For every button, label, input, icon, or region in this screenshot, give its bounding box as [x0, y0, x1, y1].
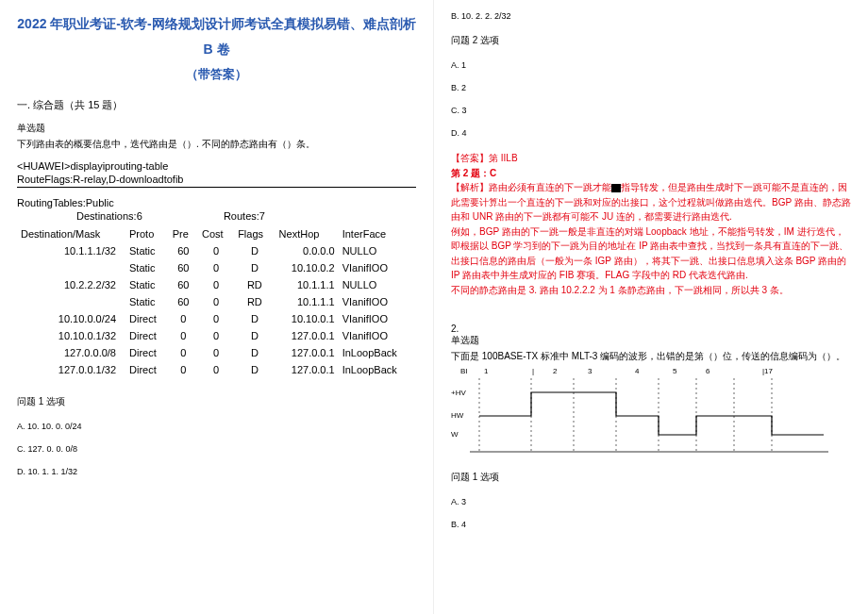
table-row: 10.10.0.0/24Direct00D10.10.0.1VIanifIOO [17, 310, 416, 327]
q1-opt2-d: D. 4 [451, 128, 851, 138]
table-row: 127.0.0.1/32Direct00D127.0.0.1InLoopBack [17, 361, 416, 378]
cli-line-2: RouteFlags:R-relay,D-downloadtofib [17, 174, 416, 185]
q1-opt2-b: B. 2 [451, 83, 851, 92]
q1-opt1-a: A. 10. 10. 0. 0/24 [17, 422, 416, 431]
th-iface: InterFace [339, 225, 416, 242]
answer-line3: 例如，BGP 路由的下一跳一般是非直连的对端 Loopback 地址，不能指号转… [451, 224, 851, 283]
th-flags: Flags [234, 225, 275, 242]
table-row: 10.1.1.1/32Static600D0.0.0.0NULLO [17, 242, 416, 259]
table-row: 10.10.0.1/32Direct00D127.0.0.1VIanifIOO [17, 327, 416, 344]
section-heading: 一. 综合题（共 15 题） [17, 98, 416, 112]
svg-text:HW: HW [451, 411, 464, 420]
table-row: 10.2.2.2/32Static600RD10.1.1.1NULLO [17, 276, 416, 293]
answer-head: 【答案】第 IILB [451, 151, 851, 166]
th-nexthop: NextHop [275, 225, 339, 242]
q2-num: 2. [451, 324, 851, 334]
q1-opt2-label: 问题 2 选项 [451, 34, 851, 47]
destinations-count: Destinations:6 [76, 210, 142, 222]
answer-block: 【答案】第 IILB 第 2 题：C 【解析】路由必须有直连的下一跳才能指导转发… [451, 151, 851, 297]
table-row: 127.0.0.0/8Direct00D127.0.0.1InLoopBack [17, 344, 416, 361]
q1-opt1-label: 问题 1 选项 [17, 395, 416, 408]
routing-table: Destination/Mask Proto Pre Cost Flags Ne… [17, 225, 416, 378]
q1-opt1-d: D. 10. 1. 1. 1/32 [17, 467, 416, 476]
title-line2: （带答案） [186, 67, 247, 81]
right-column: B. 10. 2. 2. 2/32 问题 2 选项 A. 1 B. 2 C. 3… [434, 0, 868, 614]
routing-table-title: RoutingTables:Public [17, 197, 416, 208]
cli-line-1: <HUAWEI>displayiprouting-table [17, 160, 416, 172]
q2-type: 单选题 [451, 334, 851, 347]
q2-text: 下面是 100BASE-TX 标准中 MLT-3 编码的波形，出错的是第（）位，… [451, 349, 851, 363]
table-row: Static600D10.10.0.2VIanifIOO [17, 259, 416, 276]
q1-opt2-a: A. 1 [451, 60, 851, 70]
q2-opt1-label: 问题 1 选项 [451, 471, 851, 484]
svg-text:+HV: +HV [451, 389, 466, 397]
th-pre: Pre [169, 225, 198, 242]
q1-opt1-c: C. 127. 0. 0. 0/8 [17, 444, 416, 454]
th-cost: Cost [198, 225, 234, 242]
q2-opt1-b: B. 4 [451, 520, 851, 529]
mlt3-waveform: +HV HW W [451, 378, 828, 454]
answer-line4: 不同的静态路由是 3. 路由 10.2.2.2 为 1 条静态路由，下一跳相同，… [451, 283, 851, 298]
black-block-icon [611, 184, 621, 192]
answer-line1: 第 2 题：C [451, 166, 851, 181]
answer-line2: 【解析】路由必须有直连的下一跳才能指导转发，但是路由生成时下一跳可能不是直连的，… [451, 180, 851, 224]
q1-text: 下列路由表的概要信息中，迭代路由是（）. 不同的静态路由有（）条。 [17, 137, 416, 151]
title-line1: 2022 年职业考证-软考-网络规划设计师考试全真模拟易错、难点剖析 B 卷 [17, 16, 415, 57]
left-column: 2022 年职业考证-软考-网络规划设计师考试全真模拟易错、难点剖析 B 卷 （… [0, 0, 434, 614]
waveform-diagram: BI 1 | 2 3 4 5 6 |17 +HV HW W [451, 367, 851, 454]
table-body: 10.1.1.1/32Static600D0.0.0.0NULLO Static… [17, 242, 416, 378]
th-proto: Proto [125, 225, 169, 242]
table-header-row: Destination/Mask Proto Pre Cost Flags Ne… [17, 225, 416, 242]
table-row: Static600RD10.1.1.1VIanifIOO [17, 293, 416, 310]
routing-table-summary: Destinations:6 Routes:7 [17, 210, 416, 222]
svg-text:W: W [451, 430, 459, 439]
routes-count: Routes:7 [224, 210, 265, 222]
doc-title: 2022 年职业考证-软考-网络规划设计师考试全真模拟易错、难点剖析 B 卷 （… [17, 11, 416, 87]
divider [17, 187, 416, 188]
q1-opt2-c: C. 3 [451, 106, 851, 115]
q2-opt1-a: A. 3 [451, 497, 851, 506]
q1-opt1-b: B. 10. 2. 2. 2/32 [451, 11, 851, 21]
q1-type: 单选题 [17, 122, 416, 135]
th-dest: Destination/Mask [17, 225, 125, 242]
